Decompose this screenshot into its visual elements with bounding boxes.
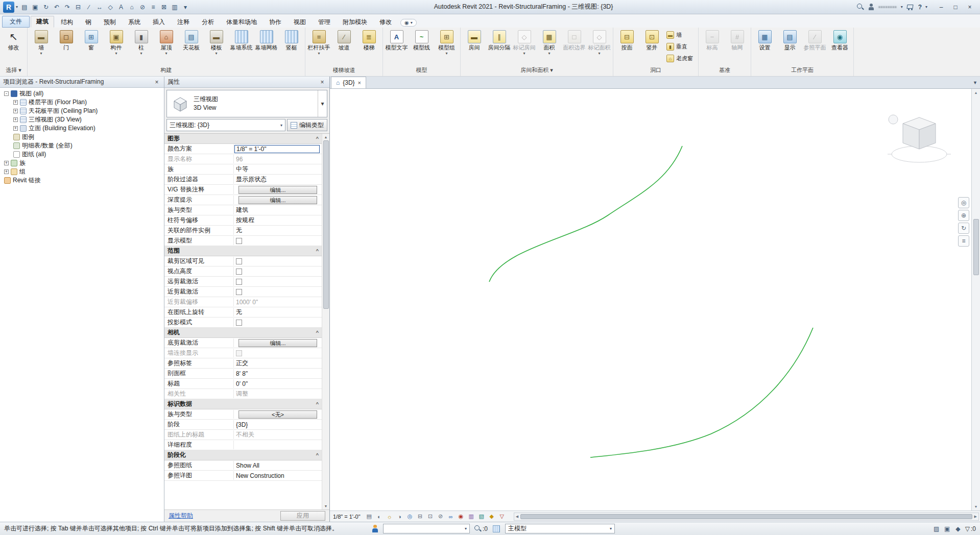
property-value[interactable]: 0' 0" 0' 0" bbox=[234, 379, 322, 388]
view-scale-button[interactable]: 1/8" = 1'-0" bbox=[333, 514, 361, 520]
scroll-up-icon[interactable]: ▲ bbox=[324, 134, 328, 140]
ribbon-button[interactable]: ⊡ 竖井 bbox=[640, 29, 664, 65]
view-tab-close-icon[interactable]: × bbox=[358, 80, 361, 86]
property-value[interactable]: 不相关 不相关 bbox=[234, 430, 322, 440]
design-options-icon[interactable] bbox=[492, 524, 501, 533]
properties-scrollbar[interactable]: ▲ ▼ bbox=[322, 134, 329, 509]
property-value[interactable] bbox=[234, 318, 322, 327]
save-icon[interactable]: ▣ bbox=[30, 2, 40, 12]
view-selector-dropdown[interactable]: 三维视图: {3D} bbox=[166, 119, 285, 131]
property-value[interactable]: 中等 中等 bbox=[234, 164, 322, 174]
ribbon-display-toggle[interactable]: ◉ bbox=[400, 19, 417, 27]
scroll-left-icon[interactable]: ◀ bbox=[514, 515, 520, 519]
ribbon-tab[interactable]: 预制 bbox=[98, 16, 122, 28]
ribbon-panel-label[interactable]: 工作平面 bbox=[753, 65, 852, 75]
app-menu-arrow-icon[interactable] bbox=[16, 5, 18, 9]
property-value[interactable]: 无 无 bbox=[234, 307, 322, 317]
ribbon-button[interactable]: A 模型文字 bbox=[385, 29, 409, 65]
property-row[interactable]: 参照图纸 Show All Show All bbox=[164, 460, 322, 471]
checkbox[interactable] bbox=[236, 279, 242, 285]
property-value[interactable] bbox=[234, 266, 322, 276]
ribbon-tab[interactable]: 视图 bbox=[288, 16, 312, 28]
ribbon-panel-label[interactable]: 楼梯坡道 bbox=[307, 65, 381, 75]
property-row[interactable]: 相关性 调整 调整 bbox=[164, 389, 322, 399]
account-name[interactable]: ▪▪▪▪▪▪▪▪ bbox=[878, 4, 897, 10]
property-value[interactable]: 调整 调整 bbox=[234, 389, 322, 399]
reveal-hidden-elements-icon[interactable]: ◉ bbox=[457, 512, 466, 521]
temporary-view-properties-icon[interactable]: ▥ bbox=[467, 512, 476, 521]
ribbon-tab[interactable]: 系统 bbox=[123, 16, 146, 28]
collapse-chevron-icon[interactable] bbox=[316, 452, 319, 458]
ribbon-button[interactable]: # 轴网 bbox=[725, 29, 749, 65]
tree-item[interactable]: + 三维视图 (3D View) bbox=[0, 115, 164, 124]
property-value[interactable] bbox=[234, 277, 322, 286]
property-row[interactable]: 颜色方案 1/8" = 1'-0" 1/8" = 1'-0" bbox=[164, 144, 322, 154]
model-curve-2[interactable] bbox=[590, 328, 813, 457]
view-tab-list-arrow-icon[interactable]: ▼ bbox=[973, 80, 977, 85]
property-value[interactable]: New Construction New Construction bbox=[234, 471, 322, 480]
tree-item[interactable]: 图例 bbox=[0, 133, 164, 141]
property-value[interactable] bbox=[234, 287, 322, 297]
shadows-icon[interactable]: ◑ bbox=[395, 512, 404, 521]
help-button[interactable]: ? bbox=[918, 4, 922, 11]
scroll-down-icon[interactable]: ▼ bbox=[324, 503, 328, 509]
ribbon-button[interactable]: ▬ 楼板▾ bbox=[204, 29, 228, 65]
scroll-down-icon[interactable]: ▼ bbox=[974, 503, 978, 510]
show-constraints-icon[interactable]: ▽ bbox=[497, 512, 507, 521]
ribbon-button[interactable]: ▬ 墙▾ bbox=[29, 29, 53, 65]
selection-filter[interactable]: ▽:0 bbox=[965, 525, 976, 532]
ribbon-button[interactable]: ▮ 垂直 bbox=[665, 41, 697, 53]
ribbon-button[interactable]: ▤ 显示 bbox=[778, 29, 802, 65]
property-value[interactable]: 正交 正交 bbox=[234, 358, 322, 368]
ribbon-button[interactable]: ⊞ 模型组▾ bbox=[435, 29, 459, 65]
temporary-hide-isolate-icon[interactable]: ∞ bbox=[446, 512, 456, 521]
property-row[interactable]: 详细程度 bbox=[164, 440, 322, 450]
vertical-scrollbar[interactable]: ▲ ▼ bbox=[971, 89, 980, 510]
scroll-up-icon[interactable]: ▲ bbox=[974, 89, 978, 96]
ribbon-button[interactable]: ◻ 门 bbox=[54, 29, 78, 65]
tree-expander[interactable]: + bbox=[13, 109, 18, 113]
checkbox[interactable] bbox=[236, 258, 242, 264]
design-option-dropdown[interactable]: 主模型 bbox=[505, 524, 615, 533]
property-value[interactable] bbox=[234, 256, 322, 266]
property-row[interactable]: 范围 bbox=[164, 246, 322, 256]
ribbon-button[interactable]: ~ 模型线 bbox=[410, 29, 434, 65]
property-row[interactable]: 族与类型 <无> <无> bbox=[164, 409, 322, 420]
property-value[interactable]: 96 96 bbox=[234, 154, 322, 164]
property-row[interactable]: 墙连接显示 bbox=[164, 348, 322, 358]
orbit-icon[interactable]: ↻ bbox=[958, 223, 969, 234]
default-3d-view-icon[interactable]: ⌂ bbox=[127, 2, 137, 12]
property-row[interactable]: 显示名称 96 96 bbox=[164, 154, 322, 164]
property-value[interactable]: 1/8" = 1'-0" 1/8" = 1'-0" bbox=[234, 144, 322, 154]
property-row[interactable]: 深度提示 编辑... 编辑... bbox=[164, 195, 322, 205]
worksharing-display-icon[interactable]: ▨ bbox=[932, 524, 941, 533]
property-row[interactable]: 近剪裁激活 bbox=[164, 287, 322, 297]
tree-item[interactable]: 图纸 (all) bbox=[0, 150, 164, 159]
tree-expander[interactable]: + bbox=[4, 161, 9, 165]
property-value[interactable]: 无 无 bbox=[234, 226, 322, 235]
ribbon-button[interactable]: ⊞ 窗 bbox=[79, 29, 103, 65]
ribbon-panel-label[interactable]: 选择 ▾ bbox=[2, 65, 26, 75]
file-tab[interactable]: 文件 bbox=[2, 16, 30, 28]
ribbon-tab[interactable]: 协作 bbox=[264, 16, 287, 28]
ribbon-button[interactable]: ◇ 标记面积▾ bbox=[587, 29, 611, 65]
crop-view-icon[interactable]: ⊟ bbox=[416, 512, 425, 521]
edit-button[interactable]: <无> bbox=[238, 410, 317, 419]
aligned-dimension-icon[interactable]: ↔ bbox=[94, 2, 105, 12]
property-row[interactable]: 参照详图 New Construction New Construction bbox=[164, 471, 322, 481]
ribbon-button[interactable]: □ 面积边界 bbox=[562, 29, 586, 65]
ribbon-button[interactable]: ∕ 参照平面 bbox=[803, 29, 827, 65]
background-processes-icon[interactable]: ◆ bbox=[953, 524, 963, 533]
scroll-right-icon[interactable]: ▶ bbox=[973, 515, 978, 519]
property-row[interactable]: 标识数据 bbox=[164, 399, 322, 409]
collapse-chevron-icon[interactable] bbox=[316, 248, 319, 254]
close-icon[interactable]: × bbox=[153, 79, 161, 86]
type-selector-arrow-icon[interactable]: ▾ bbox=[318, 90, 327, 117]
property-value[interactable]: Show All Show All bbox=[234, 460, 322, 470]
collapse-chevron-icon[interactable] bbox=[316, 401, 319, 407]
editing-requests[interactable]: :0 bbox=[474, 525, 488, 532]
print-icon[interactable]: ⊟ bbox=[73, 2, 83, 12]
search-icon[interactable] bbox=[856, 3, 864, 11]
worksets-icon[interactable] bbox=[371, 525, 379, 533]
properties-header[interactable]: 属性 × bbox=[164, 77, 329, 88]
